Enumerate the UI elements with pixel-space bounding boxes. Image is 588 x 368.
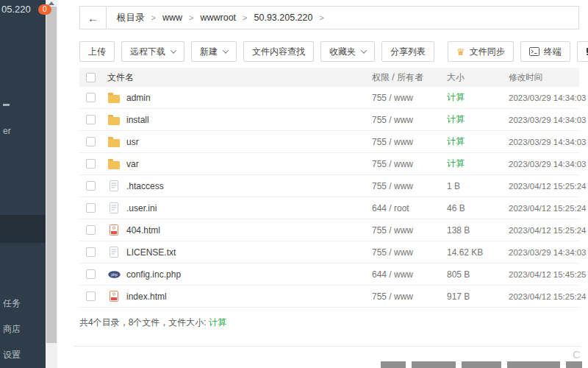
row-checkbox[interactable] — [86, 203, 96, 213]
breadcrumb-bar: ← 根目录 > www > wwwroot > 50.93.205.220 > — [79, 6, 579, 29]
button-label: 文件内容查找 — [252, 46, 305, 58]
row-checkbox[interactable] — [86, 225, 96, 235]
table-header-row: 文件名 权限 / 所有者 大小 修改时间 — [79, 68, 579, 87]
summary-text: 共4个目录，8个文件，文件大小: — [79, 317, 209, 328]
button-label: 终端 — [544, 46, 562, 58]
disk-icon — [586, 47, 588, 56]
remote-download-button[interactable]: 远程下载 — [121, 41, 184, 62]
folder-icon — [107, 136, 121, 148]
calc-size-link[interactable]: 计算 — [447, 114, 465, 124]
toolbar: 上传 远程下载 新建 文件内容查找 收藏夹 分享列表 ♛ 文件同步 — [79, 41, 579, 62]
file-mtime: 2023/04/12 15:25:24 — [509, 204, 579, 213]
file-mtime: 2023/03/29 14:34:03 — [509, 116, 579, 124]
back-arrow-icon: ← — [87, 12, 98, 24]
row-checkbox[interactable] — [86, 159, 96, 169]
cutoff-footer-text — [381, 361, 588, 368]
row-checkbox[interactable] — [86, 181, 96, 191]
row-checkbox[interactable] — [86, 247, 96, 257]
file-name[interactable]: usr — [126, 137, 139, 147]
file-mtime: 2023/04/12 15:25:24 — [509, 182, 579, 191]
file-name[interactable]: 404.html — [126, 225, 160, 236]
file-name[interactable]: .htaccess — [126, 181, 164, 191]
row-checkbox[interactable] — [86, 115, 96, 124]
file-size: 14.62 KB — [447, 247, 509, 258]
table-row: 404.html 755 / www 138 B 2023/04/12 15:2… — [79, 219, 579, 241]
select-all-checkbox[interactable] — [86, 73, 96, 82]
file-mtime: 2023/03/29 14:34:03 — [509, 93, 579, 102]
server-name-label: 05.220 — [1, 4, 31, 15]
folder-icon — [107, 114, 121, 126]
sidebar-scrollbar[interactable] — [46, 0, 57, 368]
file-perm: 755 / www — [372, 225, 447, 236]
file-perm: 755 / www — [372, 115, 447, 125]
sidebar: 05.220 er 任务 商店 设置 — [0, 0, 46, 368]
content-search-button[interactable]: 文件内容查找 — [243, 41, 314, 62]
breadcrumb-separator: > — [243, 13, 247, 22]
column-header-size: 大小 — [447, 71, 509, 84]
breadcrumb-item-root[interactable]: 根目录 — [117, 12, 145, 24]
table-row: usr 755 / www 计算 2023/03/29 14:34:03 — [79, 131, 579, 153]
file-perm: 644 / www — [372, 269, 447, 280]
file-mtime: 2023/04/12 15:25:24 — [509, 292, 579, 301]
calc-total-size-link[interactable]: 计算 — [209, 317, 226, 328]
terminal-icon — [529, 47, 539, 56]
file-name[interactable]: config.inc.php — [126, 269, 181, 280]
text-file-icon — [107, 247, 121, 258]
breadcrumb-item-wwwroot[interactable]: wwwroot — [200, 13, 236, 23]
file-size: 138 B — [447, 225, 509, 236]
file-name[interactable]: LICENSE.txt — [126, 247, 176, 258]
file-name[interactable]: install — [126, 115, 149, 125]
back-button[interactable]: ← — [80, 7, 107, 29]
table-row: .htaccess 755 / www 1 B 2023/04/12 15:25… — [79, 175, 579, 197]
file-perm: 755 / www — [372, 247, 447, 258]
chevron-down-icon — [171, 47, 176, 53]
file-name[interactable]: var — [126, 159, 139, 169]
row-checkbox[interactable] — [86, 93, 96, 102]
breadcrumb-item-www[interactable]: www — [162, 13, 182, 23]
breadcrumb: 根目录 > www > wwwroot > 50.93.205.220 > — [107, 12, 324, 24]
scrollbar-thumb[interactable] — [46, 7, 57, 343]
disk-root-button[interactable]: /(根目录) (1... — [577, 41, 588, 62]
folder-icon — [107, 158, 121, 170]
share-list-button[interactable]: 分享列表 — [381, 41, 434, 62]
file-name[interactable]: admin — [126, 93, 151, 103]
file-sync-button[interactable]: ♛ 文件同步 — [448, 41, 514, 62]
file-name[interactable]: index.html — [126, 291, 167, 302]
row-checkbox[interactable] — [86, 269, 96, 279]
table-row: admin 755 / www 计算 2023/03/29 14:34:03 — [79, 87, 579, 109]
calc-size-link[interactable]: 计算 — [447, 158, 465, 169]
file-mtime: 2023/03/29 14:34:03 — [509, 248, 579, 257]
calc-size-link[interactable]: 计算 — [447, 136, 465, 146]
php-file-icon: php — [107, 269, 121, 280]
scroll-up-arrow-icon[interactable] — [49, 1, 54, 5]
button-label: 分享列表 — [390, 46, 426, 58]
file-mtime: 2023/04/12 15:25:24 — [509, 226, 579, 235]
terminal-button[interactable]: 终端 — [520, 41, 570, 62]
calc-size-link[interactable]: 计算 — [447, 92, 465, 102]
table-row: var 755 / www 计算 2023/03/29 14:34:03 — [79, 153, 579, 175]
new-item-button[interactable]: 新建 — [191, 41, 237, 62]
sidebar-item-settings[interactable]: 设置 — [3, 349, 21, 361]
file-name[interactable]: .user.ini — [126, 203, 157, 213]
html-file-icon — [107, 224, 121, 236]
row-checkbox[interactable] — [86, 291, 96, 301]
file-table: 文件名 权限 / 所有者 大小 修改时间 admin 755 / www 计算 … — [79, 68, 579, 308]
table-row: index.html 755 / www 917 B 2023/04/12 15… — [79, 286, 579, 308]
file-size: 1 B — [447, 181, 509, 191]
sidebar-item-appstore[interactable]: 商店 — [3, 323, 21, 336]
sidebar-item-cron[interactable]: 任务 — [3, 297, 21, 310]
button-label: 收藏夹 — [329, 46, 356, 58]
file-size: 917 B — [447, 291, 509, 302]
cutoff-circle-widget[interactable]: C — [573, 348, 581, 361]
row-checkbox[interactable] — [86, 137, 96, 146]
notification-badge[interactable]: 0 — [38, 4, 51, 15]
sidebar-item-partial[interactable] — [3, 104, 10, 106]
upload-button[interactable]: 上传 — [79, 41, 115, 62]
folder-icon — [107, 92, 121, 104]
favorites-button[interactable]: 收藏夹 — [320, 41, 375, 62]
breadcrumb-item-site[interactable]: 50.93.205.220 — [254, 13, 313, 23]
file-perm: 644 / root — [372, 203, 447, 213]
sidebar-item-docker[interactable]: er — [3, 126, 11, 136]
breadcrumb-separator: > — [151, 13, 156, 22]
sidebar-item-active-files[interactable] — [0, 215, 46, 243]
